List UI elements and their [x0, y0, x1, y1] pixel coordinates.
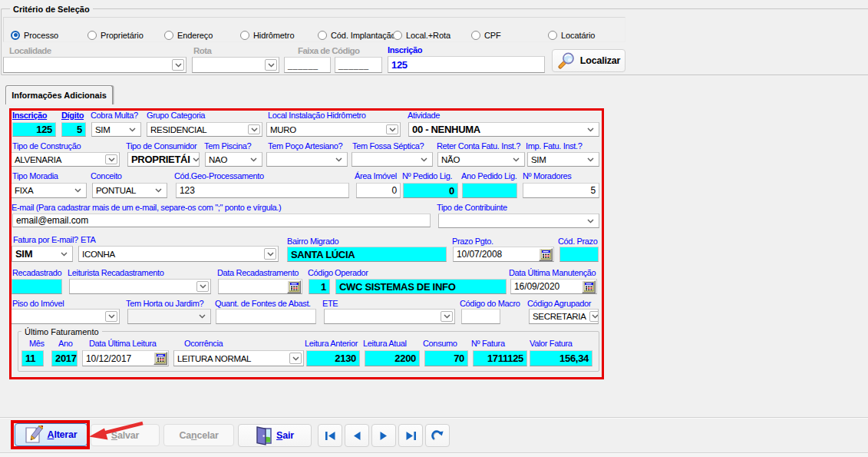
digito-input[interactable]: 5 [61, 122, 86, 137]
chevron-down-icon[interactable] [199, 314, 210, 319]
chevron-down-icon[interactable] [335, 157, 347, 162]
sair-button[interactable]: Sair [238, 424, 312, 447]
criteria-title: Critério de Seleção [10, 4, 93, 15]
chevron-down-icon[interactable] [61, 252, 72, 257]
faixa-codigo-to-input[interactable]: ______ [335, 57, 382, 73]
chevron-down-icon[interactable] [250, 157, 262, 162]
cobra_multa-combo[interactable]: SIM [91, 122, 141, 137]
operador-label: Operador [335, 268, 368, 277]
cod_geo-input[interactable]: 123 [176, 183, 349, 198]
bairro_migrado-input[interactable]: SANTA LÚCIA [287, 247, 447, 262]
radio-processo[interactable]: Processo [11, 30, 58, 40]
chevron-down-icon[interactable] [264, 248, 276, 260]
prazo_pgto-input[interactable]: 10/07/2008 [453, 247, 554, 262]
salvar-button[interactable]: Salvar [91, 424, 160, 446]
recadastrado-input[interactable] [12, 279, 62, 294]
imp_fatu-combo[interactable]: SIM [527, 152, 599, 167]
data_recad-calendar-icon[interactable] [287, 280, 301, 293]
conceito-combo[interactable]: PONTUAL [92, 183, 167, 198]
localidade-combo[interactable] [3, 57, 186, 73]
chevron-down-icon[interactable] [265, 59, 277, 71]
nav-next-button[interactable] [371, 424, 396, 447]
radio-label: Endereço [177, 31, 213, 40]
nav-last-button[interactable] [398, 424, 423, 447]
email-input[interactable]: email@email.com [12, 214, 431, 227]
operador-value: CWC SISTEMAS DE INFO [336, 281, 506, 293]
chevron-down-icon[interactable] [172, 59, 184, 71]
grupo_categoria-value: RESIDENCIAL [147, 125, 248, 134]
criteria-inscricao-input[interactable]: 125 [388, 56, 545, 73]
chevron-down-icon[interactable] [196, 281, 209, 292]
radio-locatário[interactable]: Locatário [548, 30, 595, 40]
fatura_email-combo[interactable]: SIM [12, 246, 73, 262]
chevron-down-icon[interactable] [74, 188, 86, 193]
piso_imovel-combo[interactable] [11, 309, 120, 324]
grupo_categoria-combo[interactable]: RESIDENCIAL [147, 122, 262, 137]
tab-informacoes-adicionais[interactable]: Informações Adicionais [5, 85, 113, 104]
local_instalacao-combo[interactable]: MURO [266, 122, 401, 137]
door-exit-icon [256, 426, 272, 445]
operador-input[interactable]: CWC SISTEMAS DE INFO [335, 279, 507, 294]
tipo_consumidor-combo[interactable]: PROPRIETÁI [127, 152, 200, 167]
ete-combo[interactable] [324, 309, 455, 324]
chevron-down-icon[interactable] [513, 157, 524, 162]
nav-first-button[interactable] [318, 424, 342, 447]
chevron-down-icon[interactable] [193, 157, 200, 162]
chevron-down-icon[interactable] [589, 311, 599, 322]
chevron-down-icon[interactable] [587, 127, 599, 132]
tipo_consumidor-value: PROPRIETÁI [128, 154, 193, 165]
nav-refresh-button[interactable] [425, 424, 450, 447]
data_manut-calendar-icon[interactable] [582, 280, 596, 293]
chevron-down-icon[interactable] [105, 311, 117, 322]
nav-prev-button[interactable] [345, 424, 369, 447]
n_moradores-input[interactable]: 5 [523, 183, 599, 198]
chevron-down-icon[interactable] [587, 157, 599, 162]
radio-cód-implantação[interactable]: Cód. Implantação [318, 30, 396, 40]
radio-proprietário[interactable]: Proprietário [87, 30, 144, 40]
prazo_pgto-calendar-icon[interactable] [539, 248, 553, 261]
tem_piscina-combo[interactable]: NAO [205, 152, 262, 167]
chevron-down-icon[interactable] [105, 154, 117, 164]
chevron-down-icon[interactable] [248, 124, 260, 134]
faixa-codigo-from-input[interactable]: ______ [284, 57, 331, 73]
sair-label-post: air [282, 430, 294, 441]
tem_fossa-combo[interactable] [351, 152, 433, 167]
rota-combo[interactable] [192, 57, 279, 73]
chevron-down-icon[interactable] [386, 124, 398, 134]
leiturista-combo[interactable] [69, 279, 211, 294]
data_manut-input[interactable]: 16/09/2020 [510, 279, 597, 294]
cod_prazo-input[interactable] [559, 247, 599, 262]
area_imovel-input[interactable]: 0 [356, 183, 401, 198]
eta-combo[interactable]: ICONHA [78, 246, 279, 262]
chevron-down-icon[interactable] [155, 188, 167, 193]
radio-cpf[interactable]: CPF [471, 30, 501, 40]
cod_macro-input[interactable] [461, 309, 500, 324]
inscricao-input[interactable]: 125 [12, 122, 56, 137]
quant_fontes-input[interactable] [216, 309, 316, 324]
cancelar-label: Cancelar [179, 430, 218, 441]
chevron-down-icon[interactable] [421, 157, 432, 162]
tem_horta-combo[interactable] [127, 309, 211, 324]
codigo-input[interactable]: 1 [309, 279, 330, 294]
chevron-down-icon[interactable] [129, 127, 140, 132]
ano_pedido-input[interactable] [462, 183, 517, 198]
tipo_contribuinte-combo[interactable] [438, 214, 599, 228]
data_recad-input[interactable] [218, 279, 302, 294]
reter_conta-combo[interactable]: NÃO [437, 152, 525, 167]
n_pedido-input[interactable]: 0 [403, 183, 458, 198]
chevron-down-icon[interactable] [587, 219, 599, 224]
tipo_moradia-combo[interactable]: FIXA [11, 183, 87, 198]
localizar-button[interactable]: Localizar [552, 49, 625, 72]
email-label: E-mail (Para cadastrar mais de um e-mail… [12, 203, 281, 212]
tipo_construcao-combo[interactable]: ALVENARIA [11, 152, 120, 167]
tem_poco-combo[interactable] [266, 152, 348, 167]
alterar-button[interactable]: Alterar [15, 423, 87, 446]
chevron-down-icon[interactable] [441, 311, 453, 322]
radio-local-rota[interactable]: Local.+Rota [393, 30, 451, 40]
cancelar-button[interactable]: Cancelar [163, 424, 234, 446]
cod_agrupador-combo[interactable]: SECRETARIA [529, 309, 599, 324]
data_manut-label: Data Última Manutenção [509, 268, 596, 277]
radio-hidrômetro[interactable]: Hidrômetro [240, 30, 294, 40]
atividade-combo[interactable]: 00 - NENHUMA [408, 122, 599, 137]
radio-endereço[interactable]: Endereço [164, 30, 213, 40]
